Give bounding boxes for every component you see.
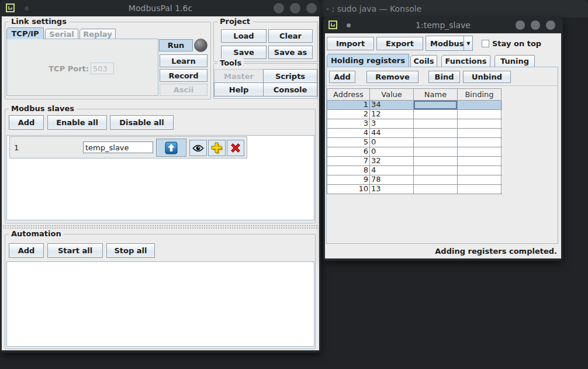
- register-binding-cell[interactable]: [458, 119, 501, 128]
- register-name-cell[interactable]: [414, 138, 458, 147]
- register-value-cell[interactable]: 0: [370, 147, 414, 156]
- slave-add-register-button[interactable]: [208, 140, 226, 156]
- register-address-cell[interactable]: 10: [327, 185, 370, 194]
- register-row[interactable]: 7 32: [327, 157, 502, 166]
- tab-serial[interactable]: Serial: [45, 29, 78, 39]
- register-row[interactable]: 9 78: [327, 175, 502, 185]
- window-minimize-button[interactable]: [274, 3, 284, 13]
- register-address-cell[interactable]: 3: [327, 119, 370, 128]
- slave-delete-button[interactable]: [227, 140, 244, 156]
- slave-name-field[interactable]: [83, 142, 153, 153]
- window-close-button[interactable]: [546, 20, 555, 30]
- register-name-cell[interactable]: [414, 101, 458, 109]
- tab-holding-registers[interactable]: Holding registers: [327, 54, 409, 67]
- register-name-cell[interactable]: [414, 157, 458, 165]
- modbuspal-titlebar[interactable]: ModbusPal 1.6c: [0, 0, 321, 16]
- window-maximize-button[interactable]: [290, 3, 300, 13]
- register-row[interactable]: 3 3: [327, 119, 502, 129]
- window-maximize-button[interactable]: [531, 20, 540, 30]
- register-row[interactable]: 10 13: [327, 185, 502, 194]
- register-name-cell[interactable]: [414, 119, 458, 128]
- register-binding-cell[interactable]: [458, 110, 501, 119]
- column-header-binding[interactable]: Binding: [458, 88, 501, 101]
- help-button[interactable]: Help: [214, 82, 264, 96]
- disable-all-button[interactable]: Disable all: [110, 115, 174, 130]
- register-binding-cell[interactable]: [458, 175, 501, 184]
- register-value-cell[interactable]: 34: [370, 101, 414, 109]
- tab-tuning[interactable]: Tuning: [494, 55, 535, 67]
- register-unbind-button[interactable]: Unbind: [463, 71, 511, 83]
- slave-enable-toggle-button[interactable]: [156, 139, 186, 157]
- window-close-button[interactable]: [306, 3, 317, 13]
- register-address-cell[interactable]: 6: [327, 147, 370, 156]
- splitter-handle[interactable]: [2, 225, 319, 229]
- register-name-cell[interactable]: [414, 185, 458, 194]
- register-row[interactable]: 1 34: [327, 101, 502, 110]
- register-name-cell[interactable]: [414, 175, 458, 184]
- clear-button[interactable]: Clear: [268, 29, 313, 43]
- console-button[interactable]: Console: [263, 82, 317, 96]
- konsole-window-titlebar[interactable]: - : sudo java — Konsole: [321, 0, 588, 18]
- load-button[interactable]: Load: [221, 29, 267, 43]
- register-name-cell[interactable]: [414, 110, 458, 119]
- register-value-cell[interactable]: 78: [370, 175, 414, 184]
- column-header-value[interactable]: Value: [370, 88, 414, 101]
- temp-slave-titlebar[interactable]: 1:temp_slave: [323, 17, 563, 33]
- column-header-name[interactable]: Name: [414, 88, 458, 101]
- register-row[interactable]: 2 12: [327, 110, 502, 119]
- register-binding-cell[interactable]: [458, 166, 501, 175]
- register-value-cell[interactable]: 12: [370, 110, 414, 119]
- register-value-cell[interactable]: 13: [370, 185, 414, 194]
- scripts-button[interactable]: Scripts: [263, 69, 317, 83]
- register-remove-button[interactable]: Remove: [366, 71, 418, 83]
- save-as-button[interactable]: Save as: [268, 46, 313, 59]
- start-all-button[interactable]: Start all: [47, 243, 103, 258]
- register-value-cell[interactable]: 4: [370, 166, 414, 175]
- register-binding-cell[interactable]: [458, 147, 501, 156]
- tab-functions[interactable]: Functions: [441, 55, 490, 67]
- register-address-cell[interactable]: 8: [327, 166, 370, 175]
- register-row[interactable]: 8 4: [327, 166, 502, 175]
- register-address-cell[interactable]: 1: [327, 101, 370, 109]
- register-row[interactable]: 6 0: [327, 147, 502, 157]
- register-binding-cell[interactable]: [458, 185, 501, 194]
- save-button[interactable]: Save: [221, 46, 267, 59]
- register-row[interactable]: 4 44: [327, 129, 502, 138]
- register-address-cell[interactable]: 4: [327, 129, 370, 137]
- register-binding-cell[interactable]: [458, 101, 501, 109]
- stop-all-button[interactable]: Stop all: [106, 243, 155, 258]
- slaves-add-button[interactable]: Add: [9, 115, 44, 130]
- run-button[interactable]: Run: [159, 39, 193, 51]
- register-value-cell[interactable]: 44: [370, 129, 414, 137]
- register-address-cell[interactable]: 9: [327, 175, 370, 184]
- modbus-mode-dropdown[interactable]: Modbus ▼: [426, 36, 473, 51]
- register-address-cell[interactable]: 2: [327, 110, 370, 119]
- register-address-cell[interactable]: 5: [327, 138, 370, 147]
- register-address-cell[interactable]: 7: [327, 157, 370, 165]
- slave-eye-button[interactable]: [189, 140, 207, 156]
- register-name-cell[interactable]: [414, 129, 458, 137]
- automation-add-button[interactable]: Add: [9, 243, 44, 258]
- export-button[interactable]: Export: [376, 37, 423, 50]
- register-value-cell[interactable]: 32: [370, 157, 414, 165]
- tab-replay[interactable]: Replay: [79, 29, 116, 39]
- register-name-cell[interactable]: [414, 166, 458, 175]
- record-button[interactable]: Record: [160, 69, 207, 82]
- register-binding-cell[interactable]: [458, 129, 501, 137]
- register-row[interactable]: 5 0: [327, 138, 502, 147]
- register-add-button[interactable]: Add: [329, 71, 355, 83]
- register-binding-cell[interactable]: [458, 157, 501, 165]
- learn-button[interactable]: Learn: [160, 54, 207, 67]
- register-value-cell[interactable]: 0: [370, 138, 414, 147]
- tab-tcpip[interactable]: TCP/IP: [6, 27, 44, 39]
- register-value-cell[interactable]: 3: [370, 119, 414, 128]
- import-button[interactable]: Import: [327, 37, 374, 50]
- dropdown-arrow-icon[interactable]: ▼: [464, 36, 472, 50]
- tab-coils[interactable]: Coils: [410, 55, 437, 67]
- register-name-cell[interactable]: [414, 147, 458, 156]
- column-header-address[interactable]: Address: [327, 88, 370, 101]
- stay-on-top-checkbox[interactable]: [482, 40, 489, 47]
- tcp-port-field[interactable]: [91, 63, 114, 74]
- enable-all-button[interactable]: Enable all: [47, 115, 107, 130]
- window-minimize-button[interactable]: [516, 20, 525, 30]
